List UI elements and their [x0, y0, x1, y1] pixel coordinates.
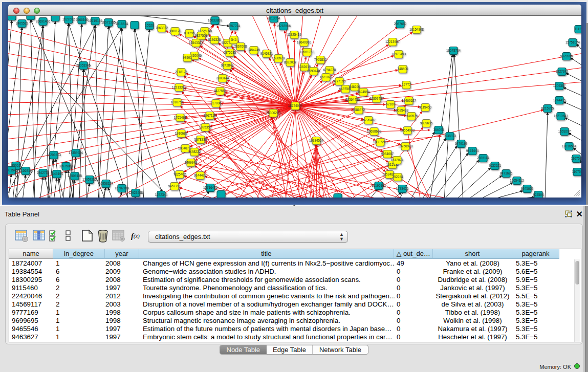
- svg-text:39154: 39154: [8, 168, 16, 172]
- svg-text:9115460: 9115460: [419, 105, 432, 109]
- svg-text:8471676: 8471676: [500, 171, 513, 175]
- svg-text:1145194: 1145194: [51, 172, 63, 176]
- svg-text:252254: 252254: [392, 175, 403, 179]
- svg-text:9146821: 9146821: [260, 52, 273, 55]
- svg-text:62160: 62160: [386, 102, 395, 106]
- svg-text:25300203: 25300203: [266, 111, 281, 115]
- svg-text:2718176: 2718176: [175, 70, 188, 74]
- svg-text:8454749: 8454749: [248, 48, 260, 52]
- svg-text:10025433: 10025433: [394, 108, 409, 112]
- svg-text:924504: 924504: [533, 193, 544, 196]
- svg-text:1362615: 1362615: [298, 65, 311, 69]
- svg-text:19654923: 19654923: [400, 128, 415, 132]
- svg-text:16210643: 16210643: [554, 114, 569, 118]
- svg-text:20206513: 20206513: [47, 153, 61, 157]
- svg-text:16543362: 16543362: [189, 41, 204, 45]
- svg-text:1409948: 1409948: [185, 161, 198, 164]
- svg-text:2803144: 2803144: [216, 76, 229, 80]
- svg-text:1612074: 1612074: [391, 158, 404, 162]
- svg-text:1498222: 1498222: [188, 150, 201, 154]
- svg-text:15720407: 15720407: [361, 118, 376, 122]
- svg-text:20691406: 20691406: [36, 19, 51, 23]
- svg-text:10719155: 10719155: [88, 19, 103, 23]
- svg-text:11325419: 11325419: [287, 33, 301, 36]
- svg-text:10654112: 10654112: [510, 179, 524, 182]
- svg-text:2935114: 2935114: [477, 156, 490, 160]
- svg-text:18807249: 18807249: [373, 140, 388, 144]
- svg-text:16154808: 16154808: [409, 28, 424, 31]
- svg-text:1649575: 1649575: [405, 114, 418, 118]
- svg-text:6479197: 6479197: [455, 142, 468, 145]
- svg-text:9329966: 9329966: [560, 54, 573, 58]
- svg-text:10958127: 10958127: [99, 182, 114, 185]
- svg-text:90975867: 90975867: [59, 164, 74, 168]
- svg-text:17957255: 17957255: [82, 178, 97, 181]
- svg-text:1733426: 1733426: [396, 187, 409, 190]
- svg-text:10973493: 10973493: [391, 52, 406, 56]
- svg-text:9144479: 9144479: [194, 173, 207, 177]
- svg-text:9242848: 9242848: [221, 63, 234, 67]
- svg-text:17016504: 17016504: [562, 144, 577, 148]
- svg-text:12923448: 12923448: [128, 191, 143, 194]
- svg-text:2405572: 2405572: [16, 21, 29, 25]
- svg-text:8427552: 8427552: [214, 89, 227, 93]
- svg-text:16033809: 16033809: [208, 18, 223, 22]
- svg-text:9474444: 9474444: [466, 149, 479, 152]
- svg-text:18640910: 18640910: [297, 40, 312, 44]
- svg-text:164095: 164095: [433, 128, 444, 132]
- svg-text:15751074: 15751074: [565, 40, 580, 44]
- svg-text:9827503: 9827503: [195, 34, 208, 37]
- svg-text:1209387: 1209387: [553, 84, 566, 87]
- svg-text:20364436: 20364436: [345, 98, 360, 101]
- svg-text:110753: 110753: [572, 170, 581, 173]
- svg-text:6966160: 6966160: [76, 18, 89, 21]
- svg-text:9899695: 9899695: [420, 121, 433, 125]
- svg-text:98901: 98901: [183, 56, 192, 59]
- svg-text:1292344: 1292344: [155, 193, 168, 196]
- svg-text:11123: 11123: [575, 27, 581, 31]
- svg-text:19384554: 19384554: [309, 139, 324, 142]
- svg-text:19218506: 19218506: [276, 24, 291, 28]
- svg-text:16782759: 16782759: [115, 186, 129, 190]
- svg-text:5878334: 5878334: [194, 138, 207, 141]
- svg-text:8267110: 8267110: [204, 114, 216, 117]
- svg-text:9227342: 9227342: [556, 70, 569, 73]
- svg-text:9245652: 9245652: [521, 187, 534, 190]
- svg-text:1156819: 1156819: [19, 169, 32, 172]
- svg-text:19756928: 19756928: [398, 144, 413, 148]
- svg-text:1244415: 1244415: [553, 98, 566, 102]
- svg-text:10961763: 10961763: [300, 50, 315, 54]
- svg-text:15196141: 15196141: [372, 184, 386, 187]
- svg-text:12213967: 12213967: [385, 40, 400, 43]
- svg-text:9860128: 9860128: [169, 29, 182, 33]
- svg-text:9084067: 9084067: [381, 152, 394, 156]
- svg-text:546: 546: [231, 38, 237, 41]
- svg-text:5875685: 5875685: [224, 51, 236, 54]
- svg-text:1935359: 1935359: [199, 125, 212, 129]
- svg-text:2867608: 2867608: [234, 45, 247, 48]
- svg-text:917006: 917006: [210, 101, 222, 105]
- svg-text:3624554: 3624554: [357, 90, 370, 94]
- svg-text:12505135: 12505135: [68, 174, 82, 178]
- svg-text:19463627: 19463627: [402, 99, 417, 102]
- svg-text:1569297: 1569297: [558, 129, 571, 133]
- svg-text:7986372: 7986372: [353, 108, 365, 112]
- svg-text:2342737: 2342737: [37, 171, 50, 174]
- svg-text:16648764: 16648764: [446, 49, 461, 52]
- svg-text:16671355: 16671355: [101, 20, 116, 24]
- svg-text:17359924: 17359924: [69, 151, 83, 155]
- svg-text:9777169: 9777169: [333, 79, 346, 83]
- svg-text:20053346: 20053346: [76, 63, 91, 67]
- svg-text:(x): (x): [134, 233, 140, 239]
- svg-text:1588520: 1588520: [272, 56, 285, 60]
- svg-text:7955812: 7955812: [314, 58, 327, 61]
- svg-text:1621022: 1621022: [320, 75, 333, 79]
- svg-text:1010755: 1010755: [171, 100, 184, 104]
- svg-text:8322037: 8322037: [284, 60, 297, 64]
- svg-text:8938923: 8938923: [444, 134, 456, 138]
- svg-text:8813054: 8813054: [268, 16, 280, 20]
- svg-text:7515524: 7515524: [116, 22, 128, 26]
- svg-text:6990448: 6990448: [308, 69, 320, 73]
- svg-text:7663822: 7663822: [156, 26, 168, 30]
- svg-text:748500: 748500: [397, 67, 408, 71]
